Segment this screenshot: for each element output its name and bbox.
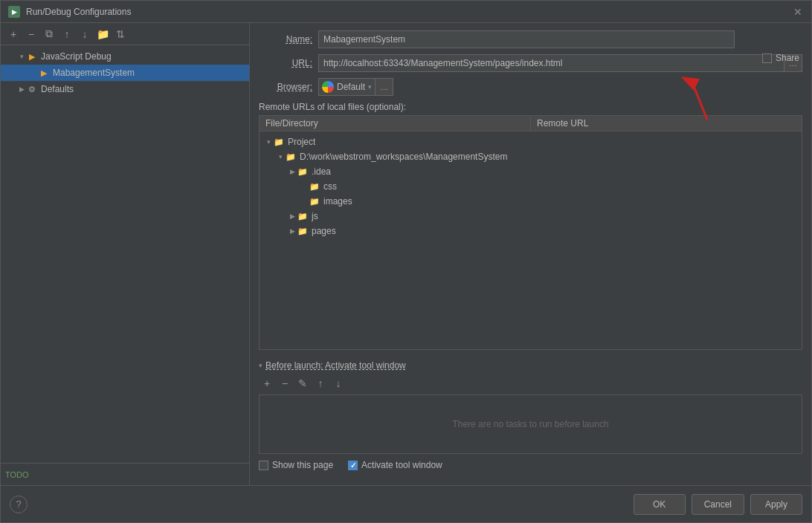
url-label: URL:: [259, 58, 318, 68]
ok-button[interactable]: OK: [634, 494, 686, 515]
launch-remove-button[interactable]: −: [277, 375, 293, 392]
show-page-label: Show this page: [272, 460, 333, 470]
js-arrow: ▶: [288, 212, 297, 221]
folder-button[interactable]: 📁: [94, 26, 111, 42]
file-tree-workspace[interactable]: ▾ 📁 D:\work\webstrom_workspaces\Manageme…: [262, 149, 799, 164]
apply-button[interactable]: Apply: [750, 494, 802, 515]
remote-urls-label: Remote URLs of local files (optional):: [259, 102, 802, 112]
file-tree-images[interactable]: ▶ 📁 images: [262, 194, 799, 209]
project-arrow: ▾: [264, 137, 273, 146]
name-label: Name:: [259, 34, 318, 45]
file-table-header: File/Directory Remote URL: [260, 116, 802, 131]
defaults-icon: ⚙: [26, 83, 38, 95]
pages-arrow: ▶: [288, 227, 297, 235]
tree-expand-arrow-defaults: ▶: [17, 85, 26, 94]
project-label: Project: [288, 137, 315, 147]
remove-config-button[interactable]: −: [23, 26, 39, 42]
no-tasks-text: There are no tasks to run before launch: [452, 419, 608, 429]
before-launch-arrow: ▾: [259, 362, 262, 369]
help-button[interactable]: ?: [10, 496, 28, 513]
idea-label: .idea: [312, 166, 331, 177]
move-up-button[interactable]: ↑: [59, 26, 75, 42]
show-page-checkbox[interactable]: [259, 461, 268, 470]
file-tree-project[interactable]: ▾ 📁 Project: [262, 134, 799, 149]
js-label: js: [312, 211, 318, 221]
before-launch-empty: There are no tasks to run before launch: [259, 394, 802, 454]
check-mark: ✓: [350, 461, 356, 470]
file-tree-area: ▾ 📁 Project ▾ 📁 D:\work\webstrom_workspa…: [260, 131, 802, 241]
pages-label: pages: [312, 226, 336, 236]
browser-more-button[interactable]: …: [376, 78, 393, 96]
titlebar-left: ▶ Run/Debug Configurations: [8, 6, 131, 18]
before-launch-header: ▾ Before launch: Activate tool window: [259, 360, 802, 371]
left-toolbar: + − ⧉ ↑ ↓ 📁 ⇅: [1, 23, 249, 45]
tree-item-js-debug[interactable]: ▾ ▶ JavaScript Debug: [1, 48, 249, 65]
launch-up-button[interactable]: ↑: [312, 375, 329, 392]
left-panel: + − ⧉ ↑ ↓ 📁 ⇅ ▾ ▶ JavaScript Debug: [1, 23, 250, 485]
run-debug-dialog: ▶ Run/Debug Configurations ✕ + − ⧉ ↑ ↓ 📁…: [0, 0, 812, 523]
left-bottom: TODO: [1, 463, 249, 485]
file-tree-js[interactable]: ▶ 📁 js: [262, 209, 799, 224]
tree-expand-arrow: ▾: [17, 52, 26, 61]
copy-config-button[interactable]: ⧉: [41, 26, 57, 42]
config-tree: ▾ ▶ JavaScript Debug ▶ ▶ MabagementSyste…: [1, 45, 249, 463]
main-content: + − ⧉ ↑ ↓ 📁 ⇅ ▾ ▶ JavaScript Debug: [1, 23, 811, 485]
sort-button[interactable]: ⇅: [112, 26, 129, 42]
before-launch-toolbar: + − ✎ ↑ ↓: [259, 375, 802, 392]
todo-label: TODO: [5, 470, 29, 479]
tree-item-label: Defaults: [41, 84, 74, 94]
mabagement-icon: ▶: [38, 67, 50, 79]
activate-window-checkbox[interactable]: ✓: [348, 461, 358, 470]
workspace-folder-icon: 📁: [285, 151, 297, 163]
idea-folder-icon: 📁: [297, 166, 309, 178]
name-input[interactable]: [318, 30, 735, 48]
activate-window-label: Activate tool window: [361, 460, 442, 470]
browser-dropdown-arrow: ▾: [368, 83, 372, 91]
cancel-button[interactable]: Cancel: [692, 494, 744, 515]
workspace-label: D:\work\webstrom_workspaces\ManagementSy…: [300, 152, 507, 162]
share-checkbox[interactable]: [762, 53, 772, 63]
right-panel: Share Name: URL: … Browser:: [250, 23, 811, 485]
activate-window-item[interactable]: ✓ Activate tool window: [348, 460, 442, 470]
checkboxes-row: Show this page ✓ Activate tool window: [259, 460, 802, 470]
name-row: Name:: [259, 30, 802, 48]
launch-edit-button[interactable]: ✎: [294, 375, 311, 392]
tree-item-mabagement[interactable]: ▶ ▶ MabagementSystem: [1, 65, 249, 81]
url-input[interactable]: [318, 54, 784, 72]
js-debug-icon: ▶: [26, 51, 38, 62]
browser-select[interactable]: Default ▾: [318, 78, 376, 96]
bottom-bar: ? OK Cancel Apply: [1, 485, 811, 522]
bottom-right: OK Cancel Apply: [634, 494, 802, 515]
add-config-button[interactable]: +: [5, 26, 22, 42]
share-label: Share: [776, 53, 799, 63]
js-folder-icon: 📁: [297, 210, 309, 222]
file-tree-pages[interactable]: ▶ 📁 pages: [262, 224, 799, 238]
share-row: Share: [762, 53, 799, 63]
chrome-icon: [322, 81, 334, 93]
idea-arrow: ▶: [288, 167, 297, 176]
right-panel-wrapper: Share Name: URL: … Browser:: [250, 23, 811, 485]
col-remote-url: Remote URL: [531, 116, 802, 131]
project-folder-icon: 📁: [273, 136, 285, 148]
tree-item-label: MabagementSystem: [53, 68, 135, 78]
file-tree-idea[interactable]: ▶ 📁 .idea: [262, 164, 799, 179]
launch-add-button[interactable]: +: [259, 375, 275, 392]
file-tree-css[interactable]: ▶ 📁 css: [262, 179, 799, 194]
move-down-button[interactable]: ↓: [77, 26, 93, 42]
tree-item-defaults[interactable]: ▶ ⚙ Defaults: [1, 81, 249, 97]
browser-label: Browser:: [259, 82, 318, 92]
file-table: File/Directory Remote URL ▾ 📁 Project: [259, 115, 802, 350]
dialog-icon: ▶: [8, 6, 20, 18]
url-row: URL: …: [259, 54, 802, 72]
close-button[interactable]: ✕: [792, 6, 804, 18]
launch-down-button[interactable]: ↓: [330, 375, 347, 392]
url-input-group: …: [318, 54, 802, 72]
before-launch-title: Before launch: Activate tool window: [265, 360, 406, 371]
tree-item-label: JavaScript Debug: [41, 51, 112, 62]
col-file-directory: File/Directory: [260, 116, 531, 131]
browser-name: Default: [337, 82, 365, 92]
bottom-left: ?: [10, 496, 28, 513]
show-page-item[interactable]: Show this page: [259, 460, 333, 470]
images-folder-icon: 📁: [309, 195, 320, 207]
css-folder-icon: 📁: [309, 181, 320, 192]
